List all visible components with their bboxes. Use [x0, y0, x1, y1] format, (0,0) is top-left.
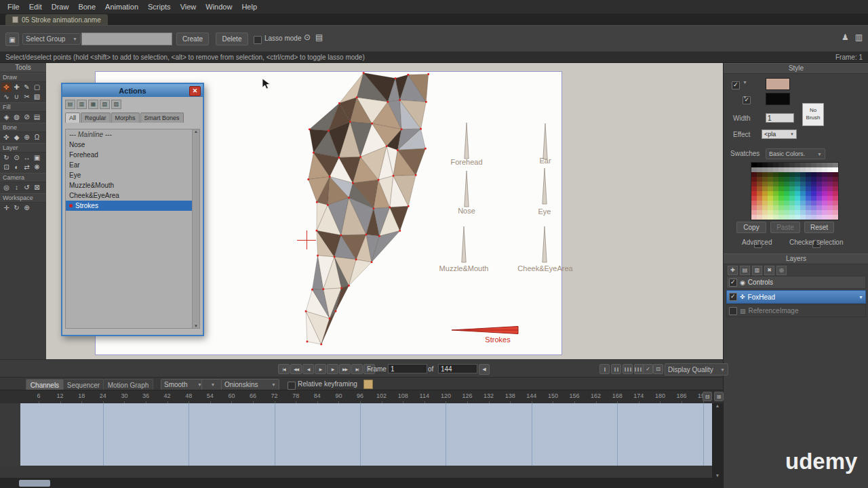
palette-swatch[interactable] [833, 196, 838, 201]
palette-swatch[interactable] [768, 186, 773, 191]
no-brush-button[interactable]: No Brush [802, 103, 824, 126]
document-tab[interactable]: 05 Stroke animation.anme [5, 14, 108, 26]
transform-layer-tool[interactable]: ▣ [32, 153, 42, 163]
freehand-tool[interactable]: ✎ [22, 83, 32, 92]
fill-options-icon[interactable]: ▼ [743, 80, 747, 85]
action-item-mainline[interactable]: --- Mainline --- [66, 129, 199, 140]
palette-swatch[interactable] [822, 163, 827, 167]
layer-row-controls[interactable]: ◉Controls [726, 276, 866, 289]
lasso-mode-checkbox[interactable] [254, 36, 262, 44]
delete-action-icon[interactable]: ▧ [100, 100, 110, 109]
palette-swatch[interactable] [800, 177, 806, 182]
palette-swatch[interactable] [751, 172, 757, 177]
palette-swatch[interactable] [778, 163, 784, 167]
next-keyframe-button[interactable]: ▶▶ [339, 364, 351, 374]
palette-swatch[interactable] [778, 172, 784, 177]
palette-swatch[interactable] [762, 191, 768, 196]
palette-swatch[interactable] [778, 196, 784, 201]
action-item-muzzle-mouth[interactable]: Muzzle&Mouth [66, 180, 199, 190]
rotate-layer-tool[interactable]: ⊙ [12, 153, 22, 163]
palette-swatch[interactable] [762, 182, 768, 186]
add-point-tool[interactable]: ✚ [12, 83, 22, 92]
palette-swatch[interactable] [795, 191, 800, 196]
palette-swatch[interactable] [833, 210, 838, 215]
palette-swatch[interactable] [789, 186, 795, 191]
palette-swatch[interactable] [757, 163, 762, 167]
action-item-eye[interactable]: Eye [66, 170, 199, 180]
palette-swatch[interactable] [757, 215, 762, 220]
palette-swatch[interactable] [800, 196, 806, 201]
fill-color-well[interactable] [766, 78, 790, 90]
palette-swatch[interactable] [800, 201, 806, 205]
palette-swatch[interactable] [822, 205, 827, 210]
palette-swatch[interactable] [816, 210, 822, 215]
palette-swatch[interactable] [795, 210, 800, 215]
palette-swatch[interactable] [768, 205, 773, 210]
palette-swatch[interactable] [751, 191, 757, 196]
palette-swatch[interactable] [806, 196, 811, 201]
palette-swatch[interactable] [806, 163, 811, 167]
menu-file[interactable]: File [3, 1, 24, 13]
palette-swatch[interactable] [768, 182, 773, 186]
new-morph-icon[interactable]: ▥ [77, 100, 87, 109]
palette-swatch[interactable] [816, 172, 822, 177]
enable-drawing-check-icon[interactable]: ✓ [643, 364, 653, 374]
palette-swatch[interactable] [811, 172, 816, 177]
layer-visible-checkbox[interactable] [729, 293, 737, 301]
palette-swatch[interactable] [833, 172, 838, 177]
palette-swatch[interactable] [757, 167, 762, 172]
action-item-forehead[interactable]: Forehead [66, 150, 199, 160]
action-item-cheek-eyearea[interactable]: Cheek&EyeArea [66, 190, 199, 201]
palette-swatch[interactable] [806, 215, 811, 220]
palette-swatch[interactable] [811, 191, 816, 196]
palette-swatch[interactable] [778, 186, 784, 191]
palette-swatch[interactable] [762, 163, 768, 167]
palette-swatch[interactable] [768, 177, 773, 182]
magnet-tool[interactable]: ∪ [12, 92, 22, 102]
layer-row-foxhead[interactable]: ✜FoxHead▼ [726, 290, 866, 304]
keyframing-options-icon[interactable] [363, 380, 373, 389]
step-back-button[interactable]: ◀ [302, 364, 314, 374]
palette-swatch[interactable] [822, 191, 827, 196]
actions-tab-smart-bones[interactable]: Smart Bones [140, 113, 184, 123]
palette-swatch[interactable] [757, 177, 762, 182]
palette-swatch[interactable] [768, 167, 773, 172]
palette-swatch[interactable] [778, 167, 784, 172]
effect-dropdown[interactable]: <pla▼ [762, 129, 797, 139]
timeline-tracks[interactable] [20, 403, 712, 466]
palette-swatch[interactable] [811, 201, 816, 205]
palette-swatch[interactable] [773, 205, 778, 210]
action-name-input[interactable] [81, 33, 172, 45]
palette-swatch[interactable] [816, 167, 822, 172]
insert-action-icon[interactable]: ▨ [111, 100, 121, 109]
palette-swatch[interactable] [795, 196, 800, 201]
palette-swatch[interactable] [762, 215, 768, 220]
palette-swatch[interactable] [811, 196, 816, 201]
palette-swatch[interactable] [822, 201, 827, 205]
crop-view-icon[interactable]: ⊡ [653, 364, 663, 374]
palette-swatch[interactable] [757, 186, 762, 191]
palette-swatch[interactable] [751, 182, 757, 186]
palette-swatch[interactable] [833, 182, 838, 186]
timeline-zoom-in-icon[interactable]: ⊞ [714, 392, 724, 401]
transform-bone-tool[interactable]: ✜ [1, 133, 12, 142]
actions-scrollbar[interactable]: ▲ ▼ [192, 129, 199, 328]
palette-swatch[interactable] [833, 186, 838, 191]
delete-button[interactable]: Delete [216, 33, 248, 45]
palette-swatch[interactable] [784, 172, 789, 177]
width-input[interactable] [766, 113, 794, 123]
timeline-hscrollbar[interactable] [0, 478, 723, 488]
swatches-dropdown[interactable]: Basic Colors.▼ [766, 148, 825, 159]
timeline-vscrollbar[interactable]: ▲ ▼ [712, 403, 723, 478]
palette-swatch[interactable] [827, 182, 833, 186]
action-item-nose[interactable]: Nose [66, 140, 199, 150]
palette-swatch[interactable] [773, 191, 778, 196]
bone-nose[interactable] [462, 170, 471, 211]
palette-swatch[interactable] [811, 163, 816, 167]
palette-swatch[interactable] [811, 205, 816, 210]
stroke-options-icon[interactable]: ▼ [743, 95, 747, 100]
end-frame-input[interactable] [438, 364, 477, 373]
roll-camera-tool[interactable]: ↺ [22, 183, 32, 192]
action-item-strokes[interactable]: Strokes [66, 201, 199, 211]
palette-swatch[interactable] [827, 205, 833, 210]
